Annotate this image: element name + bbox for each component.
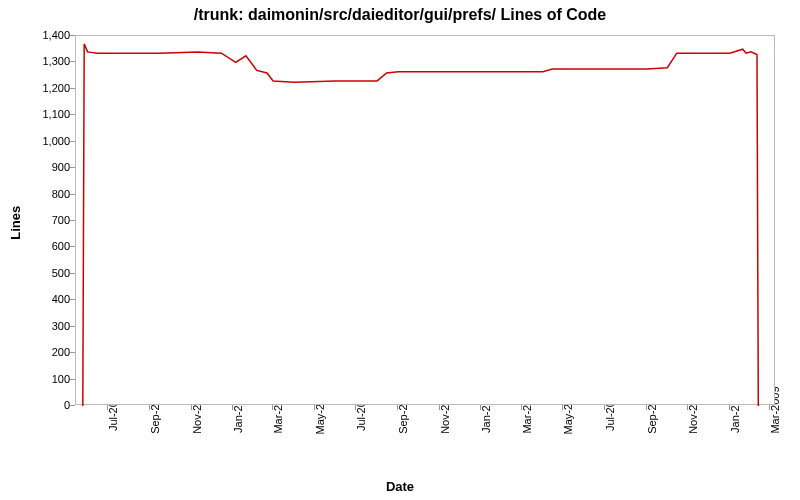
plot-area — [75, 35, 775, 405]
y-tick-label: 900 — [30, 161, 70, 173]
y-tick-label: 600 — [30, 240, 70, 252]
y-tick-label: 1,000 — [30, 135, 70, 147]
y-tick-label: 500 — [30, 267, 70, 279]
lines-of-code-series — [83, 44, 759, 406]
plot-svg — [76, 36, 776, 406]
x-axis-label: Date — [0, 479, 800, 494]
y-tick-label: 800 — [30, 188, 70, 200]
chart-title: /trunk: daimonin/src/daieditor/gui/prefs… — [0, 6, 800, 24]
loc-chart: /trunk: daimonin/src/daieditor/gui/prefs… — [0, 0, 800, 500]
y-tick-label: 1,200 — [30, 82, 70, 94]
y-tick-label: 400 — [30, 293, 70, 305]
y-tick-label: 1,400 — [30, 29, 70, 41]
y-tick-label: 0 — [30, 399, 70, 411]
y-tick-label: 1,300 — [30, 55, 70, 67]
y-axis-label: Lines — [8, 206, 23, 240]
y-tick-label: 100 — [30, 373, 70, 385]
y-tick-label: 300 — [30, 320, 70, 332]
y-tick-label: 200 — [30, 346, 70, 358]
y-tick-label: 700 — [30, 214, 70, 226]
y-tick-mark — [70, 405, 75, 406]
y-tick-label: 1,100 — [30, 108, 70, 120]
